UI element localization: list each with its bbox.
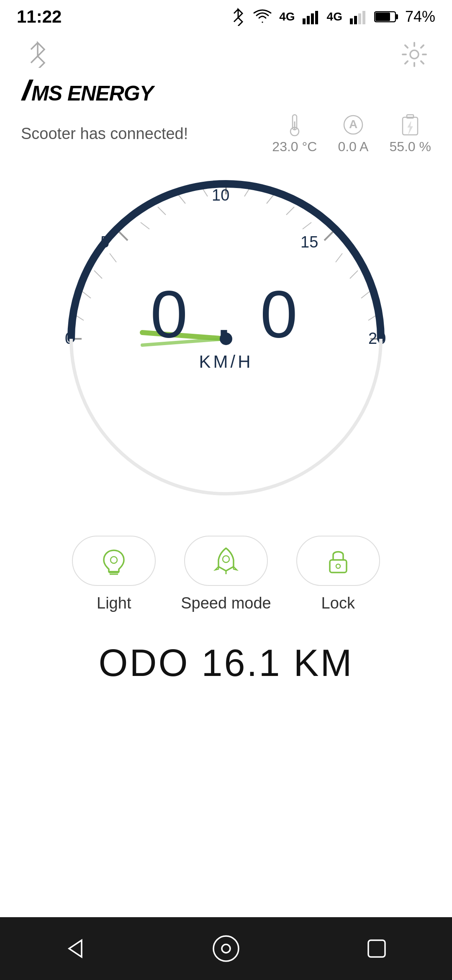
signal-icon-2 — [349, 9, 367, 24]
signal-icon — [302, 9, 320, 24]
light-button[interactable] — [72, 536, 156, 586]
sensor-row: 23.0 °C A 0.0 A 55.0 % — [272, 113, 431, 155]
odo-value: ODO 16.1 KM — [98, 642, 353, 685]
svg-rect-4 — [350, 18, 353, 24]
thermometer-icon — [285, 113, 304, 137]
svg-rect-2 — [311, 13, 314, 24]
svg-text:10: 10 — [212, 186, 229, 204]
svg-rect-1 — [307, 16, 310, 24]
svg-line-36 — [303, 222, 311, 229]
svg-line-39 — [350, 271, 358, 279]
svg-rect-20 — [407, 115, 413, 118]
home-circle-icon — [211, 934, 241, 963]
svg-line-26 — [110, 253, 116, 262]
svg-rect-56 — [330, 560, 347, 573]
svg-rect-10 — [375, 13, 390, 21]
svg-line-25 — [94, 271, 102, 279]
svg-line-29 — [158, 207, 166, 215]
nav-recents-button[interactable] — [356, 928, 398, 970]
speedometer-container: 0 5 10 15 20 — [59, 171, 393, 506]
svg-line-28 — [141, 222, 149, 229]
svg-line-30 — [178, 195, 185, 204]
battery-sensor-value: 55.0 % — [389, 139, 431, 155]
bluetooth-icon — [231, 8, 246, 26]
light-control: Light — [72, 536, 156, 612]
odo-section: ODO 16.1 KM — [0, 629, 452, 697]
nav-bar — [0, 917, 452, 980]
status-bar: 11:22 4G 4G — [0, 0, 452, 34]
controls-section: Light Speed mode Lock — [0, 523, 452, 629]
lock-button[interactable] — [296, 536, 380, 586]
svg-point-54 — [223, 556, 229, 562]
bluetooth-button[interactable] — [21, 38, 54, 71]
action-bar — [0, 34, 452, 75]
svg-line-24 — [82, 291, 91, 298]
brand-logo: MS ENERGY — [21, 80, 431, 105]
svg-point-60 — [222, 944, 230, 953]
battery-percent: 74% — [405, 8, 435, 26]
svg-text:15: 15 — [300, 233, 318, 251]
ms-energy-logo: MS ENERGY — [21, 80, 155, 105]
light-label: Light — [97, 594, 131, 612]
nav-home-button[interactable] — [205, 928, 247, 970]
battery-sensor-icon — [401, 113, 419, 137]
brand-section: MS ENERGY — [0, 75, 452, 113]
recents-icon — [364, 936, 389, 961]
battery-status-icon — [374, 10, 398, 24]
svg-line-38 — [336, 253, 342, 262]
battery-sensor: 55.0 % — [389, 113, 431, 155]
lock-icon — [321, 544, 355, 578]
svg-rect-5 — [354, 16, 357, 24]
svg-point-11 — [410, 50, 419, 59]
speed-unit: KM/H — [199, 352, 253, 372]
speed-mode-control: Speed mode — [181, 536, 271, 612]
gear-icon — [401, 41, 428, 68]
svg-point-59 — [213, 936, 239, 961]
status-time: 11:22 — [17, 7, 62, 27]
connection-status: Scooter has connected! — [21, 125, 188, 143]
svg-rect-0 — [303, 18, 306, 24]
svg-text:MS ENERGY: MS ENERGY — [31, 82, 155, 105]
speedometer-section: 0 5 10 15 20 — [0, 163, 452, 523]
bulb-icon — [97, 544, 131, 578]
svg-rect-9 — [396, 14, 398, 19]
bluetooth-action-icon — [27, 41, 49, 68]
svg-rect-6 — [358, 13, 361, 24]
settings-button[interactable] — [398, 38, 431, 71]
svg-line-34 — [267, 195, 274, 204]
current-sensor: A 0.0 A — [338, 113, 368, 155]
svg-line-35 — [286, 207, 294, 215]
connection-row: Scooter has connected! 23.0 °C A 0.0 A — [0, 113, 452, 163]
svg-point-57 — [336, 564, 340, 568]
current-value: 0.0 A — [338, 139, 368, 155]
svg-line-40 — [361, 291, 370, 298]
lock-label: Lock — [321, 594, 355, 612]
status-icons: 4G 4G 74% — [231, 8, 435, 26]
wifi-icon — [252, 9, 272, 25]
speed-value: 0 . 0 — [150, 281, 301, 348]
signal-4g: 4G — [279, 10, 295, 23]
speed-mode-button[interactable] — [184, 536, 268, 586]
lock-control: Lock — [296, 536, 380, 612]
speed-display: 0 . 0 KM/H — [150, 281, 301, 372]
signal-4g-2: 4G — [327, 10, 342, 23]
svg-point-53 — [110, 557, 117, 563]
svg-rect-3 — [315, 11, 318, 24]
svg-text:A: A — [349, 118, 357, 131]
temperature-value: 23.0 °C — [272, 139, 317, 155]
nav-back-button[interactable] — [54, 928, 96, 970]
svg-rect-61 — [368, 940, 385, 957]
temperature-sensor: 23.0 °C — [272, 113, 317, 155]
speed-mode-label: Speed mode — [181, 594, 271, 612]
back-icon — [63, 936, 88, 961]
svg-rect-7 — [362, 11, 365, 24]
ampere-icon: A — [342, 113, 364, 137]
svg-marker-58 — [69, 940, 82, 957]
rocket-icon — [209, 544, 243, 578]
